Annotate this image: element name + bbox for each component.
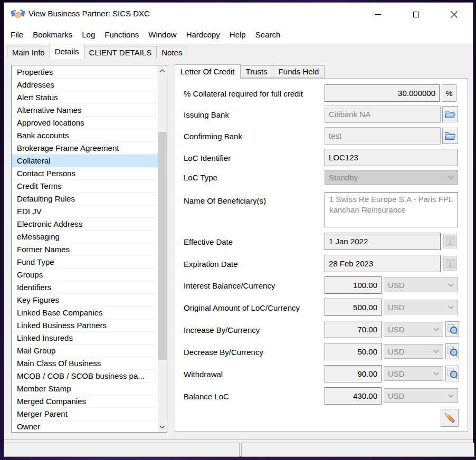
sidebar-item[interactable]: Main Class Of Business: [12, 357, 158, 370]
balance-loc-label: Balance LoC: [184, 391, 229, 400]
menu-item[interactable]: Bookmarks: [28, 26, 77, 44]
interest-balance-label: Interest Balance/Currency: [184, 281, 275, 290]
sidebar-item[interactable]: Electronic Address: [12, 218, 158, 231]
effective-date-input[interactable]: 1 Jan 2022: [325, 233, 441, 250]
withdrawal-input[interactable]: 90.00: [325, 365, 382, 382]
loc-identifier-input[interactable]: LOC123: [325, 149, 458, 166]
sidebar-item[interactable]: Defaulting Rules: [12, 193, 158, 205]
confirming-bank-label: Confirming Bank: [184, 131, 242, 140]
sidebar-item[interactable]: Groups: [12, 269, 158, 281]
balance-loc-currency-select[interactable]: USD: [384, 388, 458, 403]
chevron-down-icon: [448, 176, 454, 179]
issuing-bank-lookup-button[interactable]: [442, 106, 458, 122]
sidebar-item[interactable]: Merger Parent: [12, 408, 158, 420]
chevron-down-icon: [448, 305, 454, 309]
confirming-bank-lookup-button[interactable]: [442, 128, 458, 144]
sidebar-items: PropertiesAddressesAlert StatusAlternati…: [12, 66, 158, 432]
sidebar-item[interactable]: Linked Base Companies: [12, 306, 158, 319]
scroll-down-arrow[interactable]: [158, 421, 167, 432]
close-button[interactable]: [435, 3, 473, 26]
beneficiary-label: Name Of Beneficiary(s): [184, 196, 266, 205]
sidebar-item[interactable]: Alternative Names: [12, 104, 158, 117]
sidebar-scrollbar[interactable]: [158, 65, 167, 432]
expiration-date-calendar-button[interactable]: 1: [443, 256, 457, 271]
sidebar-item[interactable]: Alert Status: [12, 91, 158, 104]
menu-item[interactable]: File: [6, 26, 28, 44]
percent-button[interactable]: %: [442, 84, 456, 102]
sidebar-item[interactable]: Bank accounts: [12, 129, 158, 142]
sidebar-item[interactable]: Credit Terms: [12, 180, 158, 193]
withdrawal-preview-button[interactable]: [445, 366, 459, 381]
issuing-bank-label: Issuing Bank: [184, 110, 229, 119]
loc-type-select[interactable]: Standby: [325, 170, 458, 185]
collateral-pct-input[interactable]: 30.000000: [325, 84, 440, 102]
sidebar-item[interactable]: Member Stamp: [12, 382, 158, 395]
sidebar-item[interactable]: Approved locations: [12, 117, 158, 129]
maximize-button[interactable]: [397, 3, 435, 26]
interest-balance-input[interactable]: 100.00: [325, 276, 382, 294]
sidebar-item[interactable]: Mail Group: [12, 344, 158, 357]
main-tab[interactable]: Notes: [156, 46, 187, 59]
beneficiary-textarea[interactable]: 1 Swiss Re Europe S.A - Paris FPL kancha…: [325, 192, 458, 227]
sidebar-item[interactable]: Addresses: [12, 79, 158, 91]
sidebar-item[interactable]: Merged Companies: [12, 395, 158, 408]
scroll-up-arrow[interactable]: [158, 65, 167, 76]
sidebar-item[interactable]: Fund Type: [12, 256, 158, 269]
minimize-button[interactable]: [359, 3, 397, 26]
sidebar-item[interactable]: Key Figures: [12, 294, 158, 306]
increase-by-input[interactable]: 70.00: [325, 321, 382, 338]
detail-tab[interactable]: Trusts: [240, 65, 273, 78]
withdrawal-currency-select[interactable]: USD: [384, 366, 443, 381]
scroll-thumb[interactable]: [158, 132, 167, 360]
sidebar-item[interactable]: Linked Business Partners: [12, 319, 158, 332]
edit-button[interactable]: [441, 409, 459, 427]
sidebar-item[interactable]: MCOB / COB / SCOB business pa...: [12, 370, 158, 382]
decrease-by-preview-button[interactable]: [445, 343, 459, 359]
detail-tab[interactable]: Letter Of Credit: [175, 64, 241, 79]
menu-item[interactable]: Search: [251, 26, 285, 44]
menu-item[interactable]: Functions: [100, 26, 144, 44]
sidebar-item[interactable]: Collateral: [12, 155, 158, 167]
sidebar-item[interactable]: Contact Persons: [12, 167, 158, 180]
content-area: PropertiesAddressesAlert StatusAlternati…: [4, 59, 473, 440]
main-tab[interactable]: Main Info: [7, 46, 50, 59]
currency-value: USD: [388, 281, 405, 290]
effective-date-calendar-button[interactable]: 1: [443, 234, 457, 248]
interest-currency-select[interactable]: USD: [384, 277, 458, 292]
document-magnifier-icon: [447, 324, 458, 335]
status-pane-left: [4, 443, 240, 457]
sidebar-item[interactable]: eMessaging: [12, 231, 158, 243]
confirming-bank-input[interactable]: test: [325, 127, 441, 145]
form-row: Balance LoC 430.00 USD: [175, 387, 468, 405]
calendar-icon: 1: [445, 236, 455, 246]
increase-by-preview-button[interactable]: [445, 321, 459, 337]
letter-of-credit-panel: % Collateral required for full credit 30…: [175, 78, 468, 432]
close-icon: [451, 11, 458, 18]
title-bar[interactable]: View Business Partner: SICS DXC: [4, 3, 473, 26]
issuing-bank-input[interactable]: Citibank NA: [325, 106, 441, 123]
sidebar-item[interactable]: EDI JV: [12, 205, 158, 218]
menu-item[interactable]: Hardcopy: [182, 26, 225, 44]
decrease-by-currency-select[interactable]: USD: [384, 344, 443, 359]
decrease-by-input[interactable]: 50.00: [325, 343, 382, 360]
expiration-date-input[interactable]: 28 Feb 2023: [325, 255, 441, 272]
balance-loc-input[interactable]: 430.00: [325, 387, 382, 405]
original-amount-currency-select[interactable]: USD: [384, 300, 458, 314]
form-row: LoC Identifier LOC123: [175, 149, 468, 166]
sidebar-item[interactable]: Owner: [12, 420, 158, 432]
sidebar-item[interactable]: Linked Insureds: [12, 332, 158, 344]
menu-item[interactable]: Log: [77, 26, 100, 44]
original-amount-input[interactable]: 500.00: [325, 299, 382, 316]
sidebar-item[interactable]: Identifiers: [12, 281, 158, 294]
increase-by-currency-select[interactable]: USD: [384, 322, 443, 337]
main-tab[interactable]: Details: [50, 44, 84, 59]
main-tab[interactable]: CLIENT DETAILS: [84, 46, 157, 59]
scroll-track[interactable]: [158, 76, 167, 421]
sidebar-item[interactable]: Brokerage Frame Agreement: [12, 142, 158, 155]
menu-item[interactable]: Help: [225, 26, 251, 44]
chevron-up-icon: [159, 69, 165, 73]
sidebar-item[interactable]: Former Names: [12, 243, 158, 256]
detail-tab[interactable]: Funds Held: [273, 65, 325, 78]
sidebar-item[interactable]: Properties: [12, 66, 158, 79]
menu-item[interactable]: Window: [144, 26, 181, 44]
